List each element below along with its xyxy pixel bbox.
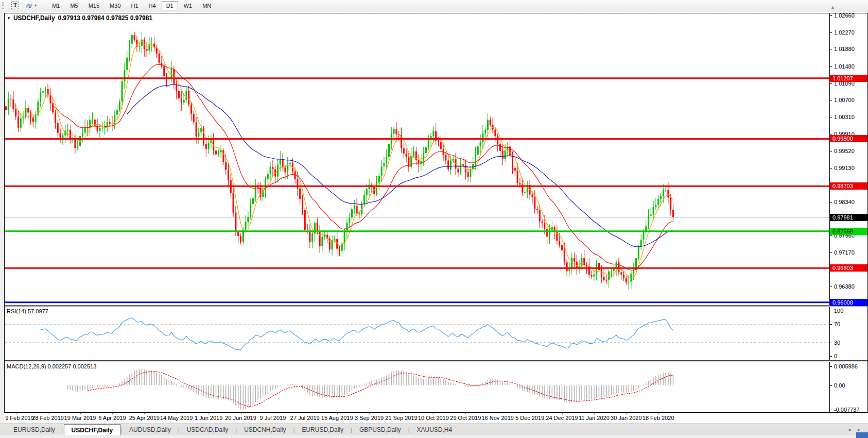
- date-label: 16 Nov 2019: [481, 415, 513, 421]
- date-label: 11 Jan 2020: [579, 415, 610, 421]
- price-pane-row: ▼USDCHF,Daily0.97913 0.97984 0.97825 0.9…: [5, 13, 867, 305]
- timeframe-button-M5[interactable]: M5: [65, 1, 82, 10]
- status-bar: [0, 435, 868, 438]
- date-axis[interactable]: 9 Feb 201928 Feb 201919 Mar 20196 Apr 20…: [4, 413, 868, 423]
- price-axis-tick: 1.02270: [830, 29, 855, 36]
- pane-splitter[interactable]: [5, 305, 867, 307]
- chart-tab-xauusd-h4[interactable]: XAUUSD,H4: [409, 424, 459, 435]
- toolbar-separator: [43, 2, 44, 9]
- timeframe-button-M15[interactable]: M15: [84, 1, 104, 10]
- date-label: 5 Dec 2019: [515, 415, 544, 421]
- arrow-down-left-icon: ⇙: [28, 2, 33, 9]
- timeframe-button-W1[interactable]: W1: [179, 1, 197, 10]
- price-level-badge: 0.97658: [830, 228, 867, 235]
- macd-axis[interactable]: 0.0059860.00-0.007737: [830, 362, 867, 412]
- chart-tab-gbpusd-daily[interactable]: GBPUSD,Daily: [352, 424, 408, 435]
- date-tick: [594, 413, 595, 414]
- macd-axis-tick: 0.00: [830, 382, 845, 389]
- date-label: 25 Apr 2019: [129, 415, 160, 421]
- date-tick: [209, 413, 209, 414]
- macd-pane-row: MACD(12,26,9) 0.002257 0.002513 0.005986…: [5, 362, 867, 412]
- macd-axis-tick: 0.005986: [830, 363, 858, 370]
- date-tick: [562, 413, 563, 414]
- rsi-axis-tick: 70: [830, 321, 840, 328]
- date-tick: [658, 413, 659, 414]
- timeframe-button-M1[interactable]: M1: [47, 1, 64, 10]
- chevron-down-icon: ▾: [34, 3, 37, 8]
- price-axis-tick: 1.01480: [830, 63, 855, 70]
- price-pane[interactable]: ▼USDCHF,Daily0.97913 0.97984 0.97825 0.9…: [5, 13, 830, 305]
- timeframe-button-H1[interactable]: H1: [127, 1, 143, 10]
- price-axis-tick: 0.96380: [830, 283, 855, 290]
- toolbar-drag-handle[interactable]: [2, 2, 6, 9]
- timeframe-button-H4[interactable]: H4: [144, 1, 161, 10]
- date-tick: [433, 413, 434, 414]
- chart-tab-eurusd-daily[interactable]: EURUSD,Daily: [6, 424, 62, 435]
- price-pane-canvas[interactable]: [5, 13, 829, 305]
- macd-pane-canvas[interactable]: [5, 362, 829, 412]
- date-label: 30 Jan 2020: [611, 415, 642, 421]
- chart-title: ▼USDCHF,Daily0.97913 0.97984 0.97825 0.9…: [7, 14, 152, 22]
- date-label: 9 Jul 2019: [260, 415, 286, 421]
- macd-pane[interactable]: MACD(12,26,9) 0.002257 0.002513: [5, 362, 830, 412]
- date-label: 21 Sep 2019: [385, 415, 417, 421]
- macd-name: MACD(12,26,9): [7, 363, 46, 369]
- rsi-value: 57.0977: [28, 308, 48, 314]
- collapse-arrow-icon[interactable]: ▼: [7, 16, 11, 21]
- chart-tab-bar: EURUSD,Daily | USDCHF,Daily | AUDUSD,Dai…: [0, 424, 868, 435]
- chart-symbol-label: USDCHF,Daily: [13, 14, 55, 22]
- chart-ohlc-values: 0.97913 0.97984 0.97825 0.97981: [58, 14, 153, 22]
- arrange-button[interactable]: ⇗ ⇙ ▾: [23, 1, 39, 10]
- text-tool-icon: T: [11, 2, 19, 9]
- tab-scroll-right-icon[interactable]: ▸: [854, 427, 864, 432]
- timeframe-button-M30[interactable]: M30: [105, 1, 125, 10]
- date-label: 27 Jul 2019: [290, 415, 320, 421]
- rsi-axis-tick: 100: [830, 307, 843, 314]
- date-tick: [48, 413, 48, 414]
- price-level-badge: 0.96803: [830, 264, 867, 272]
- date-label: 18 Feb 2020: [643, 415, 674, 421]
- date-tick: [177, 413, 177, 414]
- rsi-axis-tick: 0: [830, 352, 837, 360]
- rsi-pane-row: RSI(14) 57.0977 10070300: [5, 307, 867, 360]
- macd-values: 0.002257 0.002513: [47, 363, 96, 369]
- chart-tab-eurusd-daily[interactable]: EURUSD,Daily: [294, 424, 351, 435]
- pane-splitter[interactable]: [5, 360, 867, 362]
- chart-tab-usdchf-daily[interactable]: USDCHF,Daily: [64, 424, 121, 435]
- price-axis-tick: 1.02660: [830, 12, 855, 19]
- text-tool-button[interactable]: T: [9, 1, 22, 10]
- date-tick: [626, 413, 627, 414]
- date-tick: [16, 413, 16, 414]
- date-label: 14 May 2019: [160, 415, 193, 421]
- date-label: 29 Oct 2019: [450, 415, 481, 421]
- rsi-pane[interactable]: RSI(14) 57.0977: [5, 307, 830, 360]
- price-level-badge: 1.01207: [830, 75, 867, 82]
- date-label: 15 Aug 2019: [321, 415, 353, 421]
- date-label: 9 Feb 2019: [5, 415, 34, 421]
- date-tick: [80, 413, 81, 414]
- price-axis-tick: 0.99520: [830, 147, 855, 155]
- tabs-container: EURUSD,Daily | USDCHF,Daily | AUDUSD,Dai…: [6, 424, 459, 435]
- price-level-badge: 0.98703: [830, 182, 867, 190]
- chart-shift-marker[interactable]: ▲: [830, 5, 835, 10]
- chart-tab-usdcad-daily[interactable]: USDCAD,Daily: [180, 424, 236, 435]
- chart-window: ▼USDCHF,Daily0.97913 0.97984 0.97825 0.9…: [4, 13, 868, 413]
- price-axis[interactable]: 1.026601.022701.018801.014801.010901.007…: [830, 13, 867, 305]
- date-label: 10 Oct 2019: [418, 415, 449, 421]
- chart-tab-audusd-daily[interactable]: AUDUSD,Daily: [122, 424, 178, 435]
- current-price-badge: 0.97981: [830, 214, 867, 221]
- rsi-pane-canvas[interactable]: [5, 307, 829, 360]
- date-tick: [498, 413, 498, 414]
- rsi-name: RSI(14): [7, 308, 26, 314]
- date-tick: [402, 413, 402, 414]
- date-label: 3 Sep 2019: [355, 415, 384, 421]
- tab-scroll-left-icon[interactable]: ◂: [844, 427, 854, 432]
- timeframe-button-group: M1M5M15M30H1H4D1W1MN: [47, 1, 216, 10]
- timeframe-button-MN[interactable]: MN: [198, 1, 216, 10]
- rsi-axis[interactable]: 10070300: [830, 307, 867, 360]
- date-label: 6 Apr 2019: [98, 415, 126, 421]
- price-axis-tick: 0.97170: [830, 249, 855, 256]
- timeframe-button-D1[interactable]: D1: [162, 1, 178, 10]
- chart-tab-usdcnh-daily[interactable]: USDCNH,Daily: [237, 424, 293, 435]
- macd-label: MACD(12,26,9) 0.002257 0.002513: [7, 363, 96, 369]
